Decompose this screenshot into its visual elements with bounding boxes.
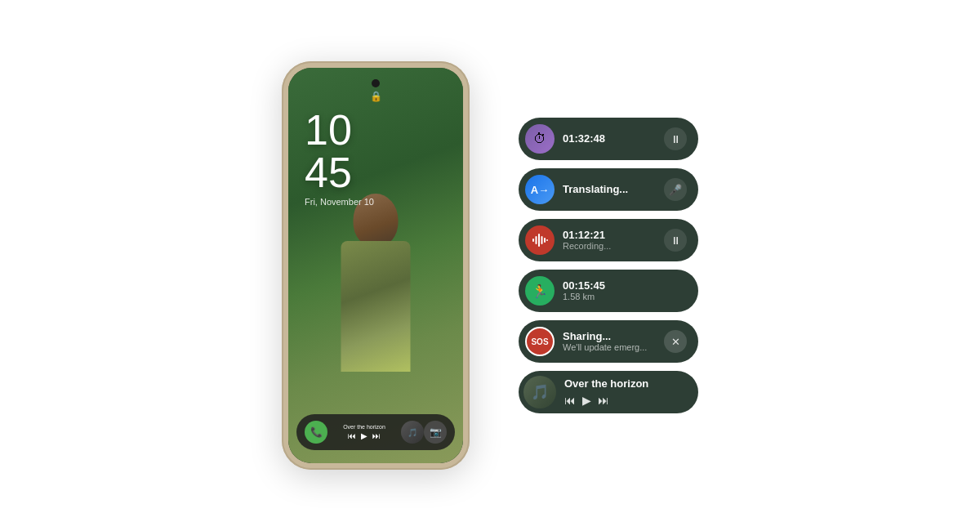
phone-music-widget: Over the horizon ⏮ ▶ ⏭ [327, 424, 401, 440]
forward-icon[interactable]: ⏭ [372, 431, 381, 440]
sos-content: Sharing... We'll update emerg... [563, 330, 656, 354]
translate-mic-button[interactable]: 🎤 [664, 178, 687, 201]
timer-content: 01:32:48 [563, 132, 656, 145]
recording-pause-button[interactable]: ⏸ [664, 229, 687, 252]
recording-content: 01:12:21 Recording... [563, 229, 656, 252]
music-album-icon: 🎵 [523, 376, 556, 408]
notification-pills: ⏱ 01:32:48 ⏸ A→ Translating... 🎤 [519, 118, 698, 413]
clock-hour: 10 [305, 109, 374, 151]
music-forward-icon[interactable]: ⏭ [598, 394, 609, 407]
camera-shortcut-icon[interactable]: 📷 [424, 421, 447, 444]
run-icon: 🏃 [525, 276, 555, 306]
recording-pill[interactable]: 01:12:21 Recording... ⏸ [519, 219, 698, 261]
phone-media-bar: 📞 Over the horizon ⏮ ▶ ⏭ 🎵 📷 [296, 414, 455, 450]
clock-minute: 45 [305, 151, 374, 194]
svg-rect-5 [546, 239, 548, 241]
front-camera [372, 79, 380, 87]
svg-rect-2 [538, 234, 540, 247]
phone-mockup: 🔒 10 45 Fri, November 10 📞 Over the hori… [282, 61, 470, 470]
translate-pill[interactable]: A→ Translating... 🎤 [519, 168, 698, 211]
timer-pill[interactable]: ⏱ 01:32:48 ⏸ [519, 118, 698, 160]
music-play-icon[interactable]: ▶ [582, 394, 591, 407]
sos-pill[interactable]: SOS Sharing... We'll update emerg... ✕ [519, 320, 698, 363]
translate-icon: A→ [525, 175, 555, 204]
translate-status: Translating... [563, 183, 656, 196]
svg-rect-1 [536, 236, 537, 244]
timer-pause-button[interactable]: ⏸ [664, 127, 687, 150]
svg-rect-0 [532, 239, 534, 242]
phone-music-title: Over the horizon [343, 424, 385, 430]
recording-waveform-icon [525, 225, 555, 255]
lock-icon: 🔒 [370, 91, 382, 102]
run-pill[interactable]: 🏃 00:15:45 1.58 km [519, 270, 698, 312]
music-content: Over the horizon ⏮ ▶ ⏭ [564, 377, 690, 407]
svg-rect-4 [544, 238, 546, 243]
rewind-icon[interactable]: ⏮ [348, 431, 356, 440]
music-title: Over the horizon [564, 377, 690, 390]
person-image [327, 185, 425, 414]
music-rewind-icon[interactable]: ⏮ [564, 394, 576, 407]
play-icon[interactable]: ▶ [361, 431, 368, 440]
timer-icon: ⏱ [525, 124, 555, 154]
sos-status: Sharing... [563, 330, 656, 343]
translate-content: Translating... [563, 183, 656, 196]
run-distance: 1.58 km [563, 292, 687, 302]
call-icon[interactable]: 📞 [305, 421, 327, 444]
main-container: 🔒 10 45 Fri, November 10 📞 Over the hori… [0, 0, 980, 531]
sos-icon: SOS [525, 327, 555, 356]
run-time: 00:15:45 [563, 279, 687, 292]
phone-music-controls: ⏮ ▶ ⏭ [348, 431, 381, 440]
person-body [341, 241, 411, 372]
clock-date: Fri, November 10 [305, 197, 374, 207]
svg-rect-3 [541, 236, 543, 244]
music-pill[interactable]: 🎵 Over the horizon ⏮ ▶ ⏭ [519, 371, 698, 413]
phone-screen: 🔒 10 45 Fri, November 10 📞 Over the hori… [288, 68, 463, 463]
music-album-art: 🎵 [401, 421, 424, 444]
sos-close-button[interactable]: ✕ [664, 330, 687, 353]
recording-status: Recording... [563, 241, 656, 252]
timer-value: 01:32:48 [563, 132, 656, 145]
run-content: 00:15:45 1.58 km [563, 279, 687, 303]
sos-detail: We'll update emerg... [563, 342, 656, 353]
music-controls: ⏮ ▶ ⏭ [564, 394, 690, 407]
phone-clock: 10 45 Fri, November 10 [305, 109, 374, 207]
recording-time: 01:12:21 [563, 229, 656, 242]
